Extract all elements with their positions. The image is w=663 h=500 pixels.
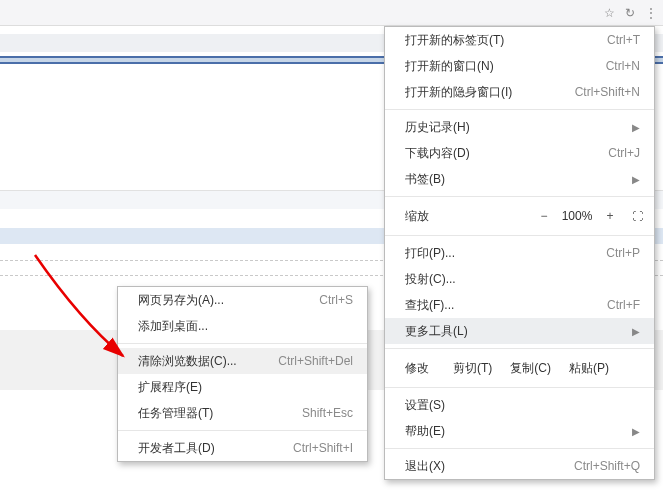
- separator: [385, 109, 654, 110]
- submenu-item-add-to-desktop[interactable]: 添加到桌面...: [118, 313, 367, 339]
- submenu-item-save-as[interactable]: 网页另存为(A)...Ctrl+S: [118, 287, 367, 313]
- menu-item-print[interactable]: 打印(P)...Ctrl+P: [385, 240, 654, 266]
- separator: [385, 448, 654, 449]
- chevron-right-icon: ▶: [632, 426, 640, 437]
- submenu-item-extensions[interactable]: 扩展程序(E): [118, 374, 367, 400]
- menu-item-zoom: 缩放 − 100% + ⛶: [385, 201, 654, 231]
- submenu-item-clear-browsing-data[interactable]: 清除浏览数据(C)...Ctrl+Shift+Del: [118, 348, 367, 374]
- zoom-value: 100%: [556, 209, 598, 223]
- separator: [118, 430, 367, 431]
- menu-item-more-tools[interactable]: 更多工具(L)▶: [385, 318, 654, 344]
- menu-item-new-incognito[interactable]: 打开新的隐身窗口(I)Ctrl+Shift+N: [385, 79, 654, 105]
- separator: [385, 348, 654, 349]
- zoom-label: 缩放: [405, 208, 532, 225]
- menu-item-find[interactable]: 查找(F)...Ctrl+F: [385, 292, 654, 318]
- chevron-right-icon: ▶: [632, 174, 640, 185]
- zoom-in-button[interactable]: +: [598, 209, 622, 223]
- paste-button[interactable]: 粘贴(P): [569, 360, 609, 377]
- star-icon[interactable]: ☆: [604, 6, 615, 20]
- browser-toolbar: ☆ ↻ ⋮: [0, 0, 663, 26]
- menu-item-edit: 修改 剪切(T) 复制(C) 粘贴(P): [385, 353, 654, 383]
- main-menu: 打开新的标签页(T)Ctrl+T 打开新的窗口(N)Ctrl+N 打开新的隐身窗…: [384, 26, 655, 480]
- fullscreen-icon[interactable]: ⛶: [632, 210, 644, 222]
- menu-item-settings[interactable]: 设置(S): [385, 392, 654, 418]
- separator: [385, 387, 654, 388]
- copy-button[interactable]: 复制(C): [510, 360, 551, 377]
- more-tools-submenu: 网页另存为(A)...Ctrl+S 添加到桌面... 清除浏览数据(C)...C…: [117, 286, 368, 462]
- separator: [385, 235, 654, 236]
- menu-item-downloads[interactable]: 下载内容(D)Ctrl+J: [385, 140, 654, 166]
- menu-item-new-tab[interactable]: 打开新的标签页(T)Ctrl+T: [385, 27, 654, 53]
- zoom-out-button[interactable]: −: [532, 209, 556, 223]
- separator: [385, 196, 654, 197]
- menu-item-history[interactable]: 历史记录(H)▶: [385, 114, 654, 140]
- menu-item-help[interactable]: 帮助(E)▶: [385, 418, 654, 444]
- menu-item-cast[interactable]: 投射(C)...: [385, 266, 654, 292]
- reload-icon[interactable]: ↻: [625, 6, 635, 20]
- menu-item-new-window[interactable]: 打开新的窗口(N)Ctrl+N: [385, 53, 654, 79]
- submenu-item-task-manager[interactable]: 任务管理器(T)Shift+Esc: [118, 400, 367, 426]
- submenu-item-dev-tools[interactable]: 开发者工具(D)Ctrl+Shift+I: [118, 435, 367, 461]
- edit-label: 修改: [405, 360, 435, 377]
- menu-item-bookmarks[interactable]: 书签(B)▶: [385, 166, 654, 192]
- menu-item-exit[interactable]: 退出(X)Ctrl+Shift+Q: [385, 453, 654, 479]
- separator: [118, 343, 367, 344]
- menu-icon[interactable]: ⋮: [645, 6, 657, 20]
- chevron-right-icon: ▶: [632, 326, 640, 337]
- cut-button[interactable]: 剪切(T): [453, 360, 492, 377]
- chevron-right-icon: ▶: [632, 122, 640, 133]
